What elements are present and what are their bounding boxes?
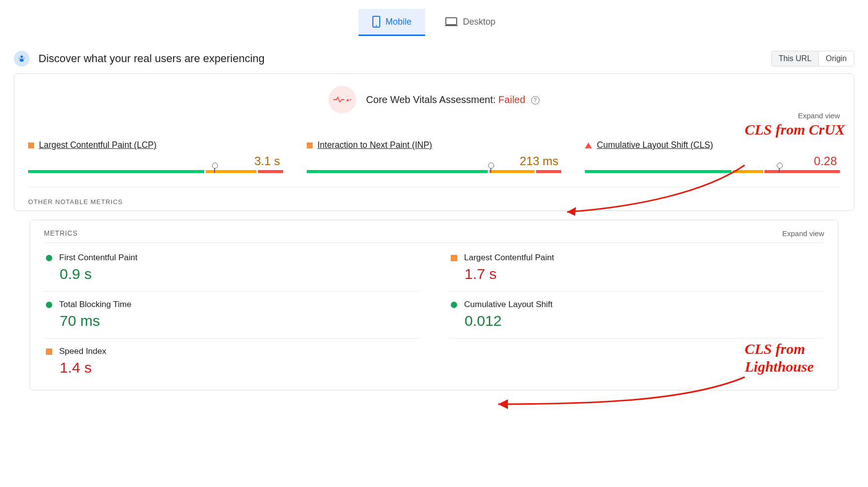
svg-marker-8: [346, 99, 349, 101]
svg-point-4: [21, 56, 23, 58]
metric-tbt: Total Blocking Time 70 ms: [44, 292, 419, 339]
cwv-inp-value: 213 ms: [307, 154, 562, 168]
marker-icon: [490, 165, 491, 173]
metric-cls-name: Cumulative Layout Shift: [464, 300, 553, 310]
marker-icon: [214, 165, 215, 173]
metric-fcp-name: First Contentful Paint: [59, 253, 138, 263]
crux-panel: Core Web Vitals Assessment: Failed ? Exp…: [14, 73, 854, 211]
assessment-badge-icon: [328, 86, 356, 113]
svg-point-6: [23, 57, 25, 59]
metric-si: Speed Index 1.4 s: [44, 339, 419, 385]
svg-rect-2: [446, 18, 457, 25]
metric-si-name: Speed Index: [59, 347, 106, 356]
marker-icon: [779, 165, 780, 173]
cwv-inp-name[interactable]: Interaction to Next Paint (INP): [318, 140, 432, 150]
scope-toggle: This URL Origin: [771, 51, 854, 67]
metric-cls: Cumulative Layout Shift 0.012: [449, 292, 824, 339]
cwv-lcp-value: 3.1 s: [28, 154, 283, 168]
triangle-red-icon: [585, 142, 592, 148]
cwv-cls: Cumulative Layout Shift (CLS) 0.28: [585, 140, 840, 173]
annotation-crux: CLS from CrUX: [745, 121, 853, 139]
lighthouse-title: METRICS: [44, 229, 78, 238]
metric-fcp: First Contentful Paint 0.9 s: [44, 245, 419, 292]
cwv-metrics-row: Largest Contentful Paint (LCP) 3.1 s Int…: [28, 140, 840, 187]
header-row: Discover what your real users are experi…: [14, 51, 854, 67]
square-orange-icon: [307, 142, 313, 148]
metric-tbt-name: Total Blocking Time: [59, 300, 131, 310]
other-metrics-label: OTHER NOTABLE METRICS: [28, 198, 840, 206]
square-orange-icon: [28, 142, 34, 148]
cwv-cls-value: 0.28: [585, 154, 840, 168]
metric-lcp-value: 1.7 s: [465, 266, 822, 282]
metric-lcp: Largest Contentful Paint 1.7 s: [449, 245, 824, 292]
assessment-text: Core Web Vitals Assessment: Failed ?: [366, 94, 539, 105]
lighthouse-metrics-grid: First Contentful Paint 0.9 s Largest Con…: [44, 245, 824, 385]
assessment-status: Failed: [499, 94, 525, 105]
metric-cls-value: 0.012: [465, 313, 822, 329]
desktop-icon: [445, 17, 458, 27]
svg-point-1: [376, 25, 377, 26]
metric-lcp-name: Largest Contentful Paint: [464, 253, 554, 263]
device-tabs: Mobile Desktop: [0, 0, 868, 36]
svg-point-5: [18, 57, 20, 59]
scope-origin[interactable]: Origin: [818, 51, 854, 66]
metric-tbt-value: 70 ms: [60, 313, 417, 329]
cwv-cls-name[interactable]: Cumulative Layout Shift (CLS): [597, 140, 713, 150]
square-orange-icon: [46, 348, 52, 355]
cwv-lcp: Largest Contentful Paint (LCP) 3.1 s: [28, 140, 283, 173]
circle-green-icon: [451, 302, 457, 308]
circle-green-icon: [46, 255, 52, 261]
assessment-row: Core Web Vitals Assessment: Failed ? Exp…: [28, 86, 840, 113]
cwv-cls-bar: [585, 170, 840, 173]
tab-desktop-label: Desktop: [463, 17, 495, 27]
cwv-lcp-bar: [28, 170, 283, 173]
page-title: Discover what your real users are experi…: [38, 52, 265, 65]
metric-fcp-value: 0.9 s: [60, 266, 417, 282]
metric-si-value: 1.4 s: [60, 359, 417, 376]
tab-mobile-label: Mobile: [385, 17, 411, 27]
lighthouse-panel: METRICS Expand view First Contentful Pai…: [30, 220, 838, 390]
circle-green-icon: [46, 302, 52, 308]
expand-view-link[interactable]: Expand view: [798, 111, 840, 120]
tab-mobile[interactable]: Mobile: [359, 9, 425, 36]
mobile-icon: [372, 16, 380, 28]
svg-rect-7: [20, 59, 24, 62]
users-icon: [14, 51, 30, 67]
lighthouse-expand-link[interactable]: Expand view: [782, 229, 824, 238]
svg-marker-11: [498, 399, 508, 409]
square-orange-icon: [451, 255, 457, 261]
cwv-inp: Interaction to Next Paint (INP) 213 ms: [307, 140, 562, 173]
tab-desktop[interactable]: Desktop: [431, 9, 509, 36]
scope-this-url[interactable]: This URL: [772, 51, 819, 66]
cwv-inp-bar: [307, 170, 562, 173]
assessment-label: Core Web Vitals Assessment:: [366, 94, 496, 105]
annotation-lighthouse: CLS from Lighthouse: [745, 340, 863, 376]
help-icon[interactable]: ?: [531, 96, 540, 104]
cwv-lcp-name[interactable]: Largest Contentful Paint (LCP): [39, 140, 156, 150]
